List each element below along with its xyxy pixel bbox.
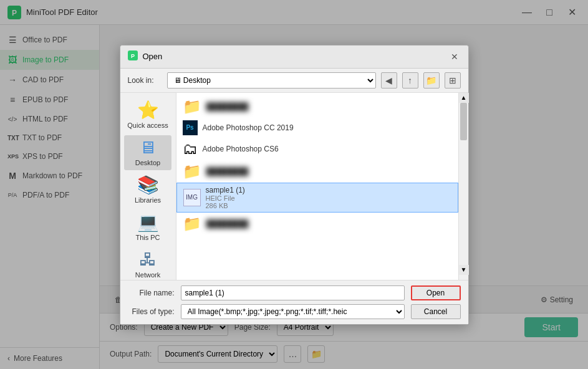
up-button[interactable]: ↑ (402, 72, 418, 89)
dialog-sidebar-network[interactable]: 🖧 Network (124, 247, 171, 282)
dialog-footer: File name: Open Files of type: All Image… (120, 280, 468, 324)
view-toggle-button[interactable]: ⊞ (445, 72, 461, 89)
folder-light-icon: 🗂 (183, 140, 198, 158)
quick-access-label: Quick access (127, 122, 168, 129)
star-icon: ⭐ (137, 102, 159, 119)
scroll-up-button[interactable]: ▲ (459, 93, 469, 103)
list-item[interactable]: 📁 ████████ (176, 160, 458, 183)
open-dialog: P Open ✕ Look in: 🖥 Desktop ◀ ↑ 📁 ⊞ ⭐ Qu… (120, 45, 469, 325)
list-item[interactable]: 🗂 Adobe Photoshop CS6 (176, 138, 458, 160)
filetype-select[interactable]: All Image(*.bmp;*.jpg;*.jpeg;*.png;*.tif… (181, 304, 405, 319)
file-name: Adobe Photoshop CC 2019 (203, 123, 294, 132)
svg-text:P: P (130, 53, 134, 59)
file-name: Adobe Photoshop CS6 (203, 145, 279, 153)
dialog-sidebar-quick-access[interactable]: ⭐ Quick access (124, 98, 171, 133)
photoshop-icon: Ps (183, 120, 198, 135)
dialog-logo: P (128, 50, 138, 63)
pc-icon: 💻 (137, 214, 159, 231)
dialog-open-button[interactable]: Open (411, 285, 461, 300)
scroll-down-button[interactable]: ▼ (459, 265, 469, 275)
dialog-sidebar-desktop[interactable]: 🖥 Desktop (124, 135, 171, 170)
filename-row: File name: Open (128, 285, 461, 300)
dialog-sidebar: ⭐ Quick access 🖥 Desktop 📚 Libraries 💻 T… (120, 93, 176, 280)
green-folder-icon: 📁 (183, 215, 201, 232)
file-name: sample1 (1) (206, 186, 245, 194)
dialog-sidebar-this-pc[interactable]: 💻 This PC (124, 210, 171, 245)
filename-label: File name: (128, 289, 175, 297)
file-size: 286 KB (206, 202, 245, 209)
dialog-toolbar: Look in: 🖥 Desktop ◀ ↑ 📁 ⊞ (120, 69, 468, 93)
desktop-icon: 🖥 (139, 139, 157, 156)
list-item[interactable]: 📁 ████████ (176, 95, 458, 118)
dialog-sidebar-libraries[interactable]: 📚 Libraries (124, 173, 171, 208)
scrollbar[interactable]: ▲ ▼ (458, 93, 468, 280)
libraries-label: Libraries (135, 196, 161, 204)
dialog-title: Open (143, 52, 443, 61)
folder-icon: 📁 (183, 163, 201, 180)
dialog-close-button[interactable]: ✕ (448, 50, 461, 63)
network-icon: 🖧 (139, 251, 157, 269)
list-item[interactable]: Ps Adobe Photoshop CC 2019 (176, 118, 458, 138)
new-folder-button[interactable]: 📁 (423, 72, 440, 89)
list-item[interactable]: 📁 ████████ (176, 213, 458, 235)
look-in-select[interactable]: 🖥 Desktop (167, 72, 376, 89)
filetype-label: Files of type: (128, 307, 175, 316)
filetype-row: Files of type: All Image(*.bmp;*.jpg;*.j… (128, 304, 461, 319)
heic-file-icon: IMG (183, 189, 201, 206)
look-in-label: Look in: (128, 76, 162, 85)
scrollbar-thumb[interactable] (460, 103, 467, 140)
list-item[interactable]: IMG sample1 (1) HEIC File 286 KB (176, 183, 458, 213)
this-pc-label: This PC (135, 234, 160, 241)
desktop-label: Desktop (135, 159, 160, 166)
filename-input[interactable] (181, 285, 405, 300)
file-area: 📁 ████████ Ps Adobe Photoshop CC 2019 (176, 93, 458, 280)
dialog-body: ⭐ Quick access 🖥 Desktop 📚 Libraries 💻 T… (120, 93, 468, 280)
folder-icon: 📁 (183, 98, 201, 115)
network-label: Network (135, 271, 160, 279)
library-icon: 📚 (137, 176, 159, 194)
modal-overlay: P Open ✕ Look in: 🖥 Desktop ◀ ↑ 📁 ⊞ ⭐ Qu… (0, 0, 588, 369)
dialog-cancel-button[interactable]: Cancel (411, 304, 461, 319)
file-list: 📁 ████████ Ps Adobe Photoshop CC 2019 (176, 93, 458, 237)
dialog-titlebar: P Open ✕ (120, 46, 468, 69)
back-button[interactable]: ◀ (381, 72, 397, 89)
file-meta: HEIC File (206, 194, 245, 202)
